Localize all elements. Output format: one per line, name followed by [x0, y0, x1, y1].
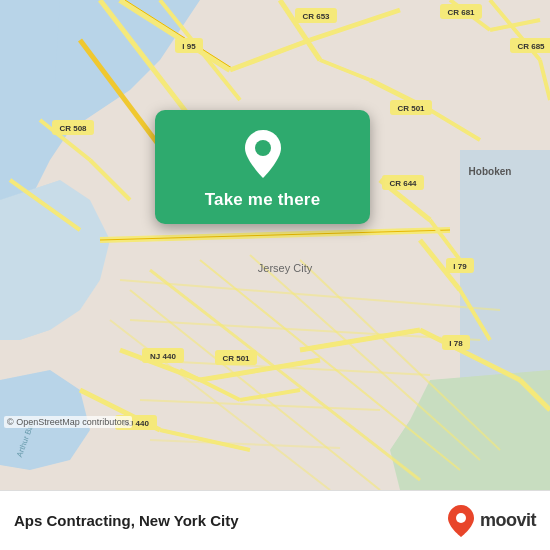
svg-text:Hoboken: Hoboken	[469, 166, 512, 177]
svg-text:I 79: I 79	[453, 262, 467, 271]
moovit-brand-text: moovit	[480, 510, 536, 531]
svg-text:Jersey City: Jersey City	[258, 262, 313, 274]
svg-text:I 78: I 78	[449, 339, 463, 348]
svg-point-80	[456, 513, 466, 523]
svg-text:CR 653: CR 653	[302, 12, 330, 21]
copyright-text: © OpenStreetMap contributors	[4, 416, 132, 428]
svg-text:CR 681: CR 681	[447, 8, 475, 17]
svg-text:CR 685: CR 685	[517, 42, 545, 51]
svg-text:CR 508: CR 508	[59, 124, 87, 133]
svg-text:NJ 440: NJ 440	[150, 352, 176, 361]
location-pin-icon	[241, 128, 285, 180]
popup-card[interactable]: Take me there	[155, 110, 370, 224]
svg-point-79	[255, 140, 271, 156]
bottom-bar: Aps Contracting, New York City moovit	[0, 490, 550, 550]
popup-label: Take me there	[205, 190, 321, 210]
svg-text:CR 501: CR 501	[397, 104, 425, 113]
svg-text:CR 501: CR 501	[222, 354, 250, 363]
place-name: Aps Contracting, New York City	[14, 512, 447, 529]
map-container: CR 681 CR 653 CR 685 I 95 CR 508 CR 501 …	[0, 0, 550, 490]
moovit-pin-icon	[447, 504, 475, 538]
svg-text:I 95: I 95	[182, 42, 196, 51]
svg-text:CR 644: CR 644	[389, 179, 417, 188]
moovit-logo: moovit	[447, 504, 536, 538]
